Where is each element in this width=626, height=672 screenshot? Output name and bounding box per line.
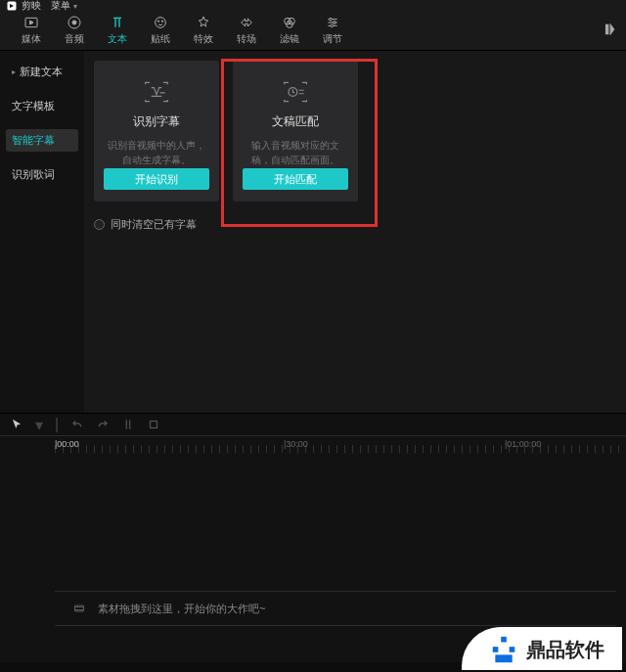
timeline-placeholder: 素材拖拽到这里，开始你的大作吧~ (55, 591, 616, 626)
match-icon (281, 80, 310, 104)
card-desc: 识别音视频中的人声，自动生成字幕。 (104, 138, 209, 167)
tab-text[interactable]: 文本 (96, 16, 139, 46)
redo-button[interactable] (96, 418, 110, 431)
card-desc: 输入音视频对应的文稿，自动匹配画面。 (243, 138, 348, 167)
menu-label: 菜单 (51, 0, 70, 13)
delete-button[interactable] (147, 418, 160, 431)
chevron-right-icon: ▸ (12, 67, 16, 76)
svg-point-4 (156, 18, 166, 28)
sidebar-item-lyrics[interactable]: 识别歌词 (6, 163, 78, 186)
timeline-tools: ▾ | (0, 413, 626, 436)
start-recognize-button[interactable]: 开始识别 (104, 168, 209, 190)
svg-rect-19 (496, 655, 513, 663)
audio-icon (66, 16, 83, 29)
tab-media[interactable]: 媒体 (10, 16, 53, 46)
chevron-down-icon: ▾ (35, 416, 43, 434)
watermark-logo-icon (489, 635, 518, 664)
svg-rect-16 (501, 637, 507, 643)
tab-adjust[interactable]: 调节 (311, 16, 354, 46)
card-script-match: 文稿匹配 输入音视频对应的文稿，自动匹配画面。 开始匹配 (233, 61, 358, 202)
svg-point-3 (72, 21, 76, 24)
svg-rect-14 (151, 422, 157, 428)
text-icon (109, 16, 126, 29)
svg-rect-17 (493, 647, 499, 652)
pointer-tool[interactable] (10, 418, 23, 431)
tab-effect[interactable]: 特效 (182, 16, 225, 46)
start-match-button[interactable]: 开始匹配 (243, 168, 348, 190)
chevron-down-icon: ▾ (73, 2, 77, 11)
logo-icon (6, 0, 18, 12)
menu-dropdown[interactable]: 菜单 ▾ (51, 0, 77, 13)
tab-audio[interactable]: 音频 (53, 16, 96, 46)
tab-filter[interactable]: 滤镜 (268, 16, 311, 46)
sidebar-item-new-text[interactable]: ▸ 新建文本 (6, 61, 78, 83)
sticker-icon (152, 16, 169, 29)
ruler-label: |30:00 (284, 439, 308, 449)
app-logo: 剪映 (6, 0, 41, 13)
transition-icon (238, 16, 255, 29)
watermark: 鼎品软件 (462, 627, 622, 670)
titlebar: 剪映 菜单 ▾ (0, 0, 626, 12)
content-area: 识别字幕 识别音视频中的人声，自动生成字幕。 开始识别 文稿匹配 输入音视频对应… (84, 51, 626, 413)
undo-button[interactable] (70, 418, 84, 431)
radio-icon (94, 219, 105, 230)
sidebar-item-text-template[interactable]: 文字模板 (6, 95, 78, 117)
card-title: 文稿匹配 (272, 113, 319, 130)
sidebar: ▸ 新建文本 文字模板 智能字幕 识别歌词 (0, 51, 84, 413)
main-area: ▸ 新建文本 文字模板 智能字幕 识别歌词 识别字幕 识别音视频中的人声，自动生… (0, 51, 626, 413)
svg-point-10 (330, 18, 333, 21)
filter-icon (281, 16, 298, 29)
right-icon[interactable] (603, 22, 616, 40)
card-title: 识别字幕 (133, 113, 180, 130)
app-name: 剪映 (22, 0, 41, 13)
tab-transition[interactable]: 转场 (225, 16, 268, 46)
svg-point-5 (157, 21, 158, 22)
tab-sticker[interactable]: 贴纸 (139, 16, 182, 46)
toolbar: 媒体 音频 文本 贴纸 特效 转场 滤镜 调节 (0, 12, 626, 51)
recognize-icon (142, 80, 171, 104)
adjust-icon (324, 16, 341, 29)
clip-icon (72, 603, 86, 614)
playhead-marker: |00:00 (55, 439, 79, 449)
media-icon (22, 16, 40, 29)
card-recognize-subtitle: 识别字幕 识别音视频中的人声，自动生成字幕。 开始识别 (94, 61, 219, 202)
effect-icon (195, 16, 212, 29)
split-button[interactable] (121, 418, 135, 431)
svg-point-6 (161, 21, 162, 22)
ruler-label: |01:00:00 (505, 439, 541, 449)
svg-point-11 (334, 22, 336, 24)
svg-point-12 (331, 24, 334, 27)
sidebar-item-smart-subtitle[interactable]: 智能字幕 (6, 129, 78, 152)
svg-rect-18 (510, 647, 515, 652)
svg-rect-15 (75, 605, 84, 611)
timeline-ruler[interactable]: |00:00 |30:00 |01:00:00 (0, 436, 626, 454)
clear-existing-checkbox[interactable]: 同时清空已有字幕 (94, 217, 616, 232)
